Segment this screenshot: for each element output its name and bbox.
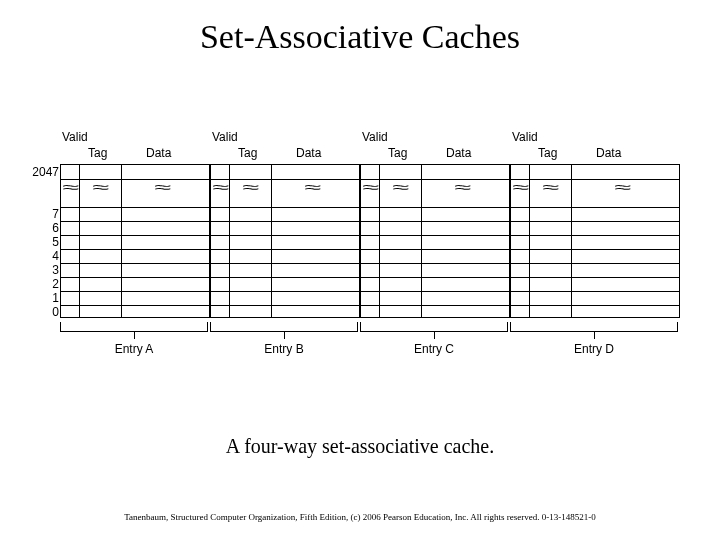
tag-label: Tag bbox=[538, 146, 557, 160]
tag-label: Tag bbox=[88, 146, 107, 160]
bracket-icon bbox=[60, 322, 208, 332]
break-icon: ≈ bbox=[307, 179, 311, 195]
data-label: Data bbox=[596, 146, 621, 160]
data-label: Data bbox=[446, 146, 471, 160]
valid-label: Valid bbox=[212, 130, 238, 144]
index-value: 4 bbox=[31, 249, 59, 263]
bracket-icon bbox=[210, 322, 358, 332]
break-icon: ≈ bbox=[215, 179, 219, 195]
index-top: 2047 bbox=[31, 165, 59, 179]
index-value: 0 bbox=[31, 305, 59, 319]
break-icon: ≈ bbox=[245, 179, 249, 195]
figure-caption: A four-way set-associative cache. bbox=[0, 435, 720, 458]
index-value: 3 bbox=[31, 263, 59, 277]
page-title: Set-Associative Caches bbox=[0, 18, 720, 56]
index-value: 2 bbox=[31, 277, 59, 291]
cache-figure: Valid Valid Valid Valid Tag Data Tag Dat… bbox=[60, 130, 680, 358]
break-icon: ≈ bbox=[65, 179, 69, 195]
index-value: 6 bbox=[31, 221, 59, 235]
break-icon: ≈ bbox=[365, 179, 369, 195]
index-value: 5 bbox=[31, 235, 59, 249]
tag-label: Tag bbox=[238, 146, 257, 160]
index-value: 1 bbox=[31, 291, 59, 305]
valid-label: Valid bbox=[512, 130, 538, 144]
break-icon: ≈ bbox=[95, 179, 99, 195]
bracket-icon bbox=[510, 322, 678, 332]
break-icon: ≈ bbox=[545, 179, 549, 195]
cache-grid: 2047 7 6 5 4 3 2 1 0 bbox=[60, 164, 680, 318]
data-label: Data bbox=[296, 146, 321, 160]
valid-label: Valid bbox=[362, 130, 388, 144]
entry-brackets: Entry A Entry B Entry C Entry D bbox=[60, 318, 680, 358]
entry-label: Entry D bbox=[510, 342, 678, 356]
bracket-icon bbox=[360, 322, 508, 332]
header-row-tag-data: Tag Data Tag Data Tag Data Tag Data bbox=[60, 146, 680, 162]
tag-label: Tag bbox=[388, 146, 407, 160]
index-value: 7 bbox=[31, 207, 59, 221]
break-icon: ≈ bbox=[457, 179, 461, 195]
entry-label: Entry C bbox=[360, 342, 508, 356]
data-label: Data bbox=[146, 146, 171, 160]
entry-label: Entry B bbox=[210, 342, 358, 356]
index-column: 2047 7 6 5 4 3 2 1 0 bbox=[31, 165, 59, 319]
break-icon: ≈ bbox=[617, 179, 621, 195]
valid-label: Valid bbox=[62, 130, 88, 144]
entry-label: Entry A bbox=[60, 342, 208, 356]
break-icon: ≈ bbox=[395, 179, 399, 195]
break-icon: ≈ bbox=[515, 179, 519, 195]
break-icon: ≈ bbox=[157, 179, 161, 195]
header-row-valid: Valid Valid Valid Valid bbox=[60, 130, 680, 146]
footer-text: Tanenbaum, Structured Computer Organizat… bbox=[0, 512, 720, 522]
